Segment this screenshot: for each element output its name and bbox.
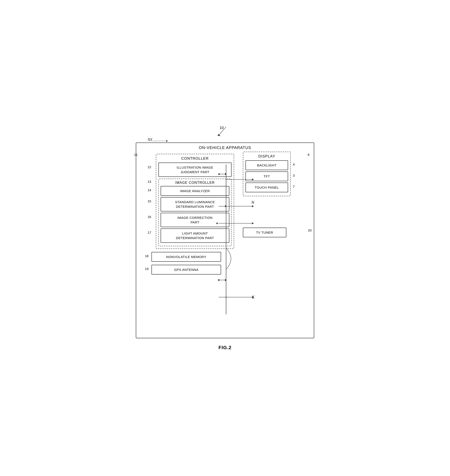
svg-marker-1 [217,134,220,136]
controller-title: CONTROLLER [158,156,231,161]
controller-dashed-box: CONTROLLER 12 ILLUSTRATION IMAGEJUDGMENT… [156,154,234,249]
ref-13: 13 [148,180,151,183]
tv-tuner-label: TV TUNER [256,231,273,234]
ref-17: 17 [148,231,151,234]
ref-14: 14 [148,188,151,192]
display-dashed-box: DISPLAY 4 BACKLIGHT 3 TFT [243,152,291,196]
ref-12: 12 [148,165,151,169]
gps-antenna-label: GPS ANTENNA [174,268,198,271]
image-correction-label: IMAGE CORRECTIONPART [177,216,212,224]
nonvolatile-memory-box: NONVOLATILE MEMORY [151,252,221,262]
diagram-container: 10 SY ON-VEHICLE APPARATUS 11 CONTROLLER [136,126,314,351]
ref-16: 16 [148,215,151,219]
svg-line-26 [252,295,254,299]
right-column: 6 DISPLAY 4 BACKLIGHT 3 [230,152,309,276]
ref-7: 7 [293,185,295,188]
image-controller-title: IMAGE CONTROLLER [160,181,229,185]
ref-15: 15 [148,199,151,203]
svg-line-0 [219,127,226,135]
image-correction-box: IMAGE CORRECTIONPART [160,213,229,227]
tft-box: TFT [245,171,288,181]
light-amount-label: LIGHT AMOUNTDETERMINATION PART [176,231,214,240]
main-layout: 11 CONTROLLER 12 ILLUSTRATION IMAGEJUDGM… [141,152,309,276]
ref-3: 3 [293,174,295,177]
svg-marker-3 [166,140,168,142]
display-title: DISPLAY [245,154,288,159]
svg-line-25 [252,295,254,299]
std-luminance-label: STANDARD LUMINANCEDETERMINATION PART [175,200,215,208]
ref-11: 11 [134,153,138,156]
ref-20: 20 [308,229,312,232]
svg-marker-24 [252,296,254,298]
image-controller-dashed-box: IMAGE CONTROLLER 14 IMAGE ANALYZER 15 [158,179,231,246]
backlight-label: BACKLIGHT [257,163,277,167]
fig-caption: FIG.2 [136,345,314,351]
tft-label: TFT [264,175,270,178]
touch-panel-label: TOUCH PANEL [255,186,279,189]
illustration-image-label: ILLUSTRATION IMAGEJUDGMENT PART [177,165,213,174]
svg-marker-19 [225,279,227,281]
image-analyzer-label: IMAGE ANALYZER [180,189,210,193]
ref-19: 19 [145,267,149,271]
outer-box-title: ON-VEHICLE APPARATUS [199,146,251,150]
ref-18: 18 [145,254,149,258]
ref-4: 4 [293,163,295,166]
ref-6: 6 [308,153,309,156]
illustration-image-box: ILLUSTRATION IMAGEJUDGMENT PART [158,163,231,177]
light-amount-box: LIGHT AMOUNTDETERMINATION PART [160,229,229,243]
n-label: N [252,200,254,204]
touch-panel-box: TOUCH PANEL [245,182,288,192]
tv-tuner-box: TV TUNER [243,228,286,237]
left-column: 11 CONTROLLER 12 ILLUSTRATION IMAGEJUDGM… [141,152,230,276]
outer-apparatus-box: ON-VEHICLE APPARATUS 11 CONTROLLER 12 IL… [136,142,314,338]
std-luminance-box: STANDARD LUMINANCEDETERMINATION PART [160,197,229,212]
image-analyzer-box: IMAGE ANALYZER [160,186,229,196]
nonvolatile-memory-label: NONVOLATILE MEMORY [166,255,206,259]
backlight-box: BACKLIGHT [245,160,288,170]
svg-marker-18 [218,279,219,281]
gps-antenna-box: GPS ANTENNA [151,265,221,275]
